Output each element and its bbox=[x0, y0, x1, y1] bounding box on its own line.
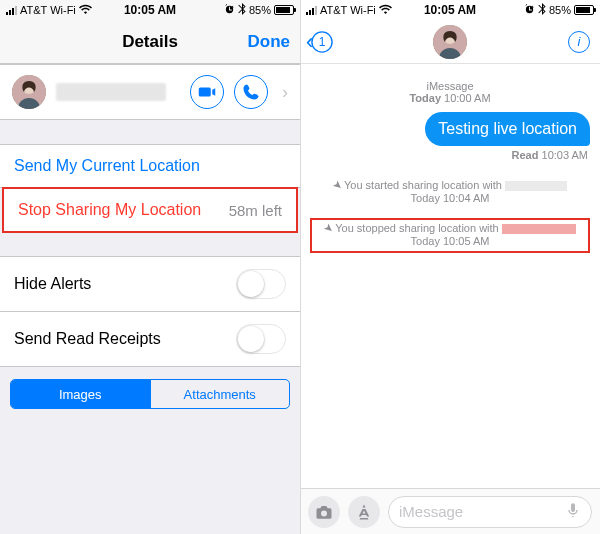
send-current-location-label: Send My Current Location bbox=[14, 157, 200, 175]
send-current-location-button[interactable]: Send My Current Location bbox=[0, 144, 300, 188]
read-receipt: Read 10:03 AM bbox=[310, 149, 590, 161]
message-placeholder: iMessage bbox=[399, 503, 463, 520]
hide-alerts-row: Hide Alerts bbox=[0, 256, 300, 312]
nav-bar: ‹ 1 i bbox=[300, 20, 600, 64]
stop-sharing-label: Stop Sharing My Location bbox=[18, 201, 201, 219]
stop-sharing-location-button[interactable]: Stop Sharing My Location 58m left bbox=[4, 189, 296, 231]
redacted-name bbox=[502, 224, 576, 234]
time-left-label: 58m left bbox=[229, 202, 282, 219]
back-badge-icon: 1 bbox=[311, 31, 333, 53]
status-time: 10:05 AM bbox=[124, 3, 176, 17]
battery-pct: 85% bbox=[249, 4, 271, 16]
thread-timestamp: iMessage Today 10:00 AM bbox=[310, 80, 590, 104]
read-receipts-label: Send Read Receipts bbox=[14, 330, 161, 348]
message-input[interactable]: iMessage bbox=[388, 496, 592, 528]
signal-icon bbox=[306, 6, 317, 15]
contact-row[interactable]: › bbox=[0, 64, 300, 120]
sent-message-bubble[interactable]: Testing live location bbox=[425, 112, 590, 146]
system-message-start-sharing: ➤You started sharing location with Today… bbox=[310, 179, 590, 204]
alarm-icon bbox=[524, 4, 535, 17]
alarm-icon bbox=[224, 4, 235, 17]
status-bar: AT&T Wi-Fi 10:05 AM 85% bbox=[300, 0, 600, 20]
read-receipts-row: Send Read Receipts bbox=[0, 312, 300, 367]
chevron-right-icon: › bbox=[282, 82, 288, 103]
camera-button[interactable] bbox=[308, 496, 340, 528]
status-time: 10:05 AM bbox=[424, 3, 476, 17]
highlight-box-stop-sharing-msg: ➤You stopped sharing location with Today… bbox=[310, 218, 590, 253]
hide-alerts-label: Hide Alerts bbox=[14, 275, 91, 293]
carrier-label: AT&T Wi-Fi bbox=[20, 4, 76, 16]
highlight-box-stop-sharing: Stop Sharing My Location 58m left bbox=[2, 187, 298, 233]
app-store-button[interactable] bbox=[348, 496, 380, 528]
segment-attachments[interactable]: Attachments bbox=[150, 380, 290, 408]
redacted-name bbox=[505, 181, 567, 191]
status-bar: AT&T Wi-Fi 10:05 AM 85% bbox=[0, 0, 300, 20]
wifi-icon bbox=[79, 4, 92, 16]
contact-avatar[interactable] bbox=[433, 25, 467, 59]
carrier-label: AT&T Wi-Fi bbox=[320, 4, 376, 16]
message-input-bar: iMessage bbox=[300, 488, 600, 534]
back-button[interactable]: ‹ 1 bbox=[306, 31, 333, 53]
svg-text:1: 1 bbox=[319, 34, 326, 48]
segmented-control: Images Attachments bbox=[10, 379, 290, 409]
bluetooth-icon bbox=[238, 3, 246, 17]
done-button[interactable]: Done bbox=[248, 32, 291, 52]
battery-pct: 85% bbox=[549, 4, 571, 16]
system-message-stop-sharing: ➤You stopped sharing location with Today… bbox=[316, 222, 584, 247]
read-receipts-toggle[interactable] bbox=[236, 324, 286, 354]
dictate-button[interactable] bbox=[565, 502, 581, 521]
conversation-screen: AT&T Wi-Fi 10:05 AM 85% ‹ 1 i bbox=[300, 0, 600, 534]
contact-name-redacted bbox=[56, 83, 166, 101]
segment-images[interactable]: Images bbox=[11, 380, 150, 408]
call-button[interactable] bbox=[234, 75, 268, 109]
signal-icon bbox=[6, 6, 17, 15]
battery-icon bbox=[274, 5, 294, 15]
battery-icon bbox=[574, 5, 594, 15]
wifi-icon bbox=[379, 4, 392, 16]
nav-bar: Details Done bbox=[0, 20, 300, 64]
info-button[interactable]: i bbox=[568, 31, 590, 53]
bluetooth-icon bbox=[538, 3, 546, 17]
facetime-video-button[interactable] bbox=[190, 75, 224, 109]
hide-alerts-toggle[interactable] bbox=[236, 269, 286, 299]
details-screen: AT&T Wi-Fi 10:05 AM 85% Details Done bbox=[0, 0, 300, 534]
contact-avatar bbox=[12, 75, 46, 109]
location-arrow-icon: ➤ bbox=[330, 178, 345, 194]
nav-title: Details bbox=[122, 32, 178, 52]
